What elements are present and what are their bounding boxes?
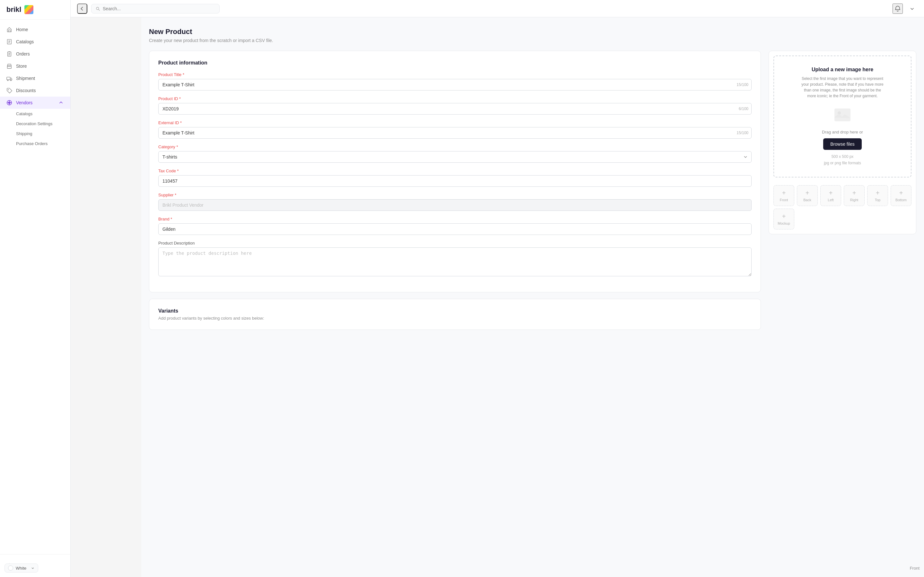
thumb-right-label: Right [850, 198, 858, 202]
supplier-label: Supplier * [158, 193, 751, 197]
arrow-left-icon [79, 6, 85, 11]
sub-nav-purchase-orders[interactable]: Purchase Orders [16, 139, 70, 148]
description-textarea[interactable] [158, 247, 751, 276]
sidebar-item-store[interactable]: Store [0, 60, 70, 72]
sidebar-item-home[interactable]: Home [0, 23, 70, 35]
sub-nav-shipping[interactable]: Shipping [16, 129, 70, 139]
tax-code-group: Tax Code * [158, 168, 751, 187]
sub-nav: Catalogs Decoration Settings Shipping Pu… [0, 109, 70, 148]
upload-drag-text: Drag and drop here or [822, 130, 863, 134]
sidebar-item-orders[interactable]: Orders [0, 48, 70, 60]
external-id-input[interactable] [158, 127, 751, 139]
sidebar-item-catalogs-label: Catalogs [16, 39, 34, 44]
product-title-input[interactable] [158, 79, 751, 90]
thumb-back-label: Back [803, 198, 811, 202]
description-group: Product Description [158, 241, 751, 277]
tag-icon [6, 88, 12, 93]
tax-code-label: Tax Code * [158, 168, 751, 173]
svg-point-17 [96, 7, 99, 10]
image-upload-card: Upload a new image here Select the first… [769, 51, 916, 234]
upload-description: Select the first image that you want to … [801, 76, 884, 99]
product-title-wrap: 15/100 [158, 79, 751, 90]
grid-icon [6, 100, 12, 106]
mockup-row: + Mockup [773, 209, 911, 229]
page-subtitle: Create your new product from the scratch… [149, 38, 916, 43]
product-id-wrap: 6/100 [158, 103, 751, 114]
svg-point-10 [7, 80, 8, 81]
upload-hint-size: 500 x 500 px [832, 154, 854, 159]
search-input[interactable] [103, 6, 215, 11]
thumb-bottom[interactable]: + Bottom [891, 185, 911, 206]
sub-nav-catalogs[interactable]: Catalogs [16, 109, 70, 119]
brand-input[interactable] [158, 223, 751, 235]
upload-hint: 500 x 500 px jpg or png file formats [824, 154, 861, 166]
product-id-input[interactable] [158, 103, 751, 114]
upload-hint-format: jpg or png file formats [824, 161, 861, 165]
main-content: New Product Create your new product from… [141, 17, 924, 577]
thumb-left-label: Left [828, 198, 834, 202]
category-label: Category * [158, 144, 751, 149]
chevron-up-icon [58, 100, 64, 106]
thumb-left[interactable]: + Left [820, 185, 841, 206]
thumb-front[interactable]: + Front [773, 185, 794, 206]
thumb-right[interactable]: + Right [844, 185, 864, 206]
product-info-card: Product information Product Title * 15/1… [149, 51, 761, 292]
thumb-front-label: Front [780, 198, 788, 202]
sidebar-header: brikl [0, 0, 70, 19]
product-id-label: Product ID * [158, 96, 751, 101]
sidebar-item-discounts[interactable]: Discounts [0, 84, 70, 97]
thumb-top-label: Top [875, 198, 880, 202]
svg-point-11 [11, 80, 11, 81]
clipboard-icon [6, 51, 12, 57]
logo-text: brikl [6, 5, 21, 14]
sidebar-item-catalogs[interactable]: Catalogs [0, 35, 70, 48]
product-info-title: Product information [158, 60, 751, 66]
sidebar-item-shipment[interactable]: Shipment [0, 72, 70, 84]
brand-group: Brand * [158, 217, 751, 235]
thumb-bottom-label: Bottom [895, 198, 907, 202]
external-id-char-count: 15/100 [737, 131, 748, 135]
bell-icon [895, 5, 901, 12]
thumb-mockup-label: Mockup [777, 221, 790, 225]
sub-nav-decoration-settings[interactable]: Decoration Settings [16, 119, 70, 129]
truck-icon [6, 76, 12, 81]
thumb-back[interactable]: + Back [797, 185, 818, 206]
search-bar [91, 4, 219, 13]
svg-rect-19 [834, 108, 850, 121]
search-icon [95, 6, 100, 11]
product-title-char-count: 15/100 [737, 82, 748, 87]
sidebar-item-home-label: Home [16, 27, 28, 32]
user-menu[interactable] [907, 5, 918, 13]
sidebar-item-vendors[interactable]: Vendors [0, 97, 70, 109]
logo-icon [24, 5, 33, 14]
thumb-mockup[interactable]: + Mockup [773, 209, 794, 229]
thumbnails-section: + Front + Back + Left + [769, 182, 916, 234]
description-label: Product Description [158, 241, 751, 245]
product-id-group: Product ID * 6/100 [158, 96, 751, 114]
sidebar-item-store-label: Store [16, 64, 27, 69]
upload-area[interactable]: Upload a new image here Select the first… [773, 55, 911, 177]
image-placeholder-icon [833, 105, 852, 124]
thumb-top[interactable]: + Top [867, 185, 888, 206]
supplier-input[interactable] [158, 199, 751, 211]
sidebar: brikl Home Catalogs Orders Store Shipmen… [0, 0, 71, 577]
sidebar-item-orders-label: Orders [16, 52, 30, 56]
browse-files-button[interactable]: Browse files [823, 138, 861, 150]
thumbnails-grid: + Front + Back + Left + [773, 185, 911, 206]
svg-rect-9 [7, 77, 10, 80]
product-title-label: Product Title * [158, 72, 751, 77]
topbar-right [893, 3, 918, 14]
upload-title: Upload a new image here [812, 67, 873, 73]
sidebar-item-discounts-label: Discounts [16, 88, 35, 93]
category-select[interactable]: T-shirts [158, 151, 751, 163]
product-id-char-count: 6/100 [739, 106, 748, 111]
tax-code-input[interactable] [158, 175, 751, 187]
svg-point-12 [8, 90, 9, 90]
notifications-button[interactable] [893, 3, 903, 14]
back-button[interactable] [77, 3, 87, 14]
external-id-label: External ID * [158, 120, 751, 125]
book-icon [6, 39, 12, 45]
home-icon [6, 27, 12, 32]
sidebar-item-vendors-label: Vendors [16, 100, 32, 105]
sidebar-nav: Home Catalogs Orders Store Shipment Disc… [0, 19, 70, 554]
